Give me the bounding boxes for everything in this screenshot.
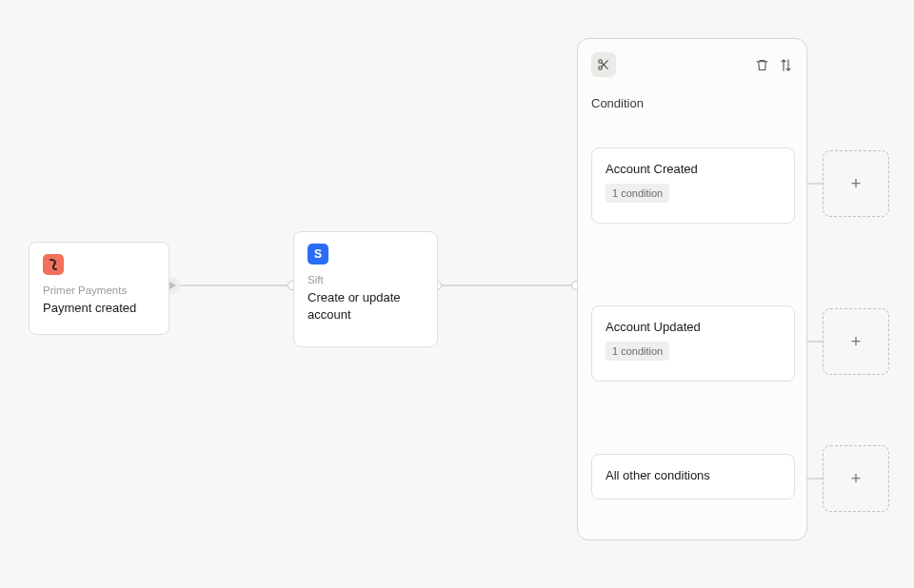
svg-point-6: [599, 67, 603, 70]
branch-label: Account Created: [606, 162, 781, 176]
branch-label: All other conditions: [606, 468, 781, 482]
action-provider: Sift: [308, 274, 424, 285]
reorder-icon: [779, 58, 793, 72]
scissors-icon: [597, 58, 610, 71]
svg-point-5: [599, 60, 603, 64]
add-step-button[interactable]: +: [823, 445, 889, 512]
reorder-button[interactable]: [779, 58, 793, 72]
add-step-button[interactable]: +: [823, 308, 889, 375]
plus-icon: +: [851, 332, 862, 352]
trigger-node[interactable]: Primer Payments Payment created: [29, 242, 169, 335]
condition-icon-wrap: [591, 52, 616, 77]
condition-header: [591, 52, 793, 77]
action-node[interactable]: S Sift Create or update account: [293, 231, 438, 347]
trash-icon: [755, 58, 769, 72]
branch-label: Account Updated: [606, 320, 781, 334]
primer-icon: [43, 254, 64, 275]
condition-branch-account-created[interactable]: Account Created 1 condition: [591, 147, 795, 224]
condition-node[interactable]: Condition Account Created 1 condition Ac…: [577, 38, 807, 540]
delete-button[interactable]: [755, 58, 769, 72]
trigger-event: Payment created: [43, 300, 155, 317]
plus-icon: +: [851, 469, 862, 489]
workflow-canvas[interactable]: Primer Payments Payment created S Sift C…: [0, 0, 914, 588]
branch-rule-count: 1 condition: [606, 184, 669, 203]
trigger-provider: Primer Payments: [43, 284, 155, 296]
condition-branch-account-updated[interactable]: Account Updated 1 condition: [591, 305, 795, 382]
condition-branch-fallback[interactable]: All other conditions: [591, 454, 795, 500]
condition-title: Condition: [591, 96, 793, 110]
action-name: Create or update account: [308, 289, 424, 323]
sift-icon: S: [308, 244, 328, 265]
branch-rule-count: 1 condition: [606, 342, 669, 361]
plus-icon: +: [851, 174, 862, 194]
add-step-button[interactable]: +: [823, 150, 889, 217]
